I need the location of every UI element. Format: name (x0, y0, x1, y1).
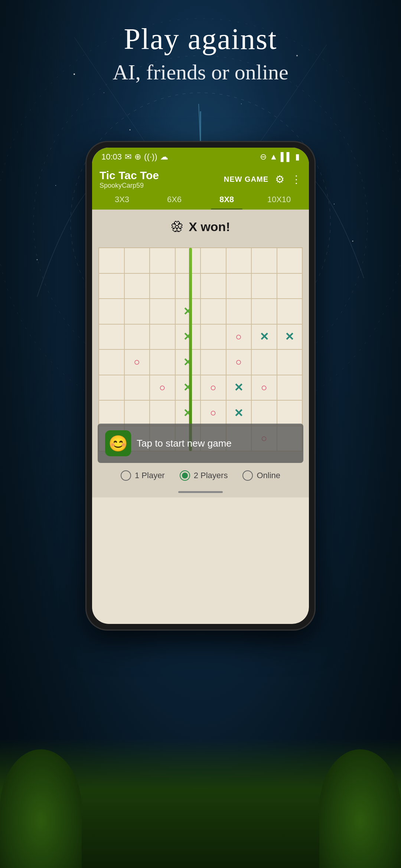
grid-cell[interactable]: ○ (150, 375, 175, 401)
cloud-icon: ☁ (160, 152, 168, 162)
grid-cell[interactable]: ✕ (175, 324, 201, 350)
home-bar (178, 491, 223, 493)
grid-cell[interactable]: ✕ (277, 324, 303, 350)
grid-cell[interactable]: ✕ (175, 375, 201, 401)
subheadline: AI, friends or online (0, 60, 401, 85)
svg-point-7 (130, 129, 131, 131)
tap-bar[interactable]: 😊 Tap to start new game (98, 424, 303, 463)
grid-cell[interactable]: ○ (251, 375, 277, 401)
status-bar: 10:03 ✉ ⊕ ((·)) ☁ ⊖ ▲ ▌▌ ▮ (92, 148, 309, 166)
grid-cell[interactable] (277, 349, 303, 375)
winner-banner: 🏵 X won! (92, 210, 309, 244)
grid-cell[interactable] (251, 273, 277, 299)
grid-cell[interactable] (251, 349, 277, 375)
tap-overlay: 😊 Tap to start new game (98, 424, 303, 463)
grid-cell[interactable]: ✕ (175, 349, 201, 375)
grid-cell[interactable] (150, 248, 175, 273)
grid-cell[interactable] (124, 400, 150, 426)
nav-online[interactable]: Online (242, 470, 280, 481)
wifi-icon: ▲ (270, 152, 278, 162)
grid-cell[interactable]: ✕ (175, 400, 201, 426)
grid-cell[interactable] (226, 248, 252, 273)
grid-cell[interactable] (277, 375, 303, 401)
grid-cell[interactable] (251, 248, 277, 273)
grid-cell[interactable] (99, 248, 124, 273)
grid-cell[interactable] (124, 273, 150, 299)
grid-cell[interactable]: ✕ (226, 375, 252, 401)
radio-icon: ((·)) (144, 152, 157, 162)
grid-cell[interactable] (124, 299, 150, 324)
grid-cell[interactable] (150, 299, 175, 324)
app-header: Tic Tac Toe SpookyCarp59 NEW GAME ⚙ ⋮ (92, 166, 309, 190)
grid-cell[interactable]: ○ (200, 400, 226, 426)
grid-cell[interactable] (200, 299, 226, 324)
winner-text: X won! (189, 220, 230, 234)
grid-cell[interactable] (150, 324, 175, 350)
tap-text[interactable]: Tap to start new game (137, 438, 232, 449)
grid-cell[interactable] (99, 273, 124, 299)
game-grid[interactable]: ✕✕○✕✕○✕○○✕○✕○✕○✕○ (98, 247, 303, 451)
tab-8x8[interactable]: 8X8 (200, 190, 253, 210)
tree-right (319, 749, 401, 868)
grid-cell[interactable] (200, 273, 226, 299)
grid-cell[interactable] (175, 273, 201, 299)
mail-icon: ✉ (125, 152, 131, 162)
grid-cell[interactable] (226, 299, 252, 324)
tab-6x6[interactable]: 6X6 (148, 190, 200, 210)
new-game-button[interactable]: NEW GAME (224, 175, 268, 184)
radio-2players[interactable] (180, 470, 190, 481)
grid-cell[interactable] (99, 349, 124, 375)
radio-online[interactable] (242, 470, 253, 481)
grid-cell[interactable] (124, 248, 150, 273)
marketing-text: Play against AI, friends or online (0, 22, 401, 85)
grid-cell[interactable] (150, 400, 175, 426)
nav-2players[interactable]: 2 Players (180, 470, 228, 481)
grid-cell[interactable] (124, 324, 150, 350)
tab-3x3[interactable]: 3X3 (96, 190, 148, 210)
grid-cell[interactable]: ✕ (226, 400, 252, 426)
svg-point-12 (352, 241, 353, 242)
app-subtitle: SpookyCarp59 (100, 182, 224, 190)
settings-icon[interactable]: ⚙ (275, 173, 284, 185)
home-indicator (92, 486, 309, 497)
grid-cell[interactable]: ○ (226, 324, 252, 350)
tabs: 3X3 6X6 8X8 10X10 (92, 190, 309, 210)
radio-1player[interactable] (121, 470, 131, 481)
grid-cell[interactable] (175, 248, 201, 273)
grid-cell[interactable] (277, 299, 303, 324)
minus-circle-icon: ⊖ (260, 152, 267, 162)
grid-cell[interactable]: ○ (124, 349, 150, 375)
grid-cell[interactable] (99, 299, 124, 324)
grid-cell[interactable]: ○ (200, 375, 226, 401)
grid-cell[interactable] (200, 324, 226, 350)
nav-1player[interactable]: 1 Player (121, 470, 165, 481)
grid-cell[interactable] (150, 349, 175, 375)
tree-left (0, 749, 82, 868)
app-title-section: Tic Tac Toe SpookyCarp59 (100, 169, 224, 190)
grid-cell[interactable] (251, 400, 277, 426)
trophy-icon: 🏵 (171, 219, 184, 234)
grid-cell[interactable] (99, 375, 124, 401)
grid-cell[interactable] (277, 400, 303, 426)
grid-cell[interactable]: ✕ (175, 299, 201, 324)
grid-cell[interactable] (150, 273, 175, 299)
grid-cell[interactable] (99, 400, 124, 426)
grid-cell[interactable] (251, 299, 277, 324)
svg-point-14 (241, 103, 242, 104)
grid-cell[interactable]: ○ (226, 349, 252, 375)
bottom-nav: 1 Player 2 Players Online (92, 463, 309, 486)
phone-frame: 10:03 ✉ ⊕ ((·)) ☁ ⊖ ▲ ▌▌ ▮ Tic Tac Toe S… (85, 141, 316, 631)
grid-cell[interactable] (200, 349, 226, 375)
grid-cell[interactable] (226, 273, 252, 299)
tab-10x10[interactable]: 10X10 (253, 190, 305, 210)
more-options-icon[interactable]: ⋮ (291, 173, 301, 185)
grid-cell[interactable] (124, 375, 150, 401)
grid-cell[interactable]: ✕ (251, 324, 277, 350)
grid-cell[interactable] (99, 324, 124, 350)
grid-cell[interactable] (277, 248, 303, 273)
grid-cell[interactable] (277, 273, 303, 299)
svg-point-11 (37, 259, 38, 260)
grid-cell[interactable] (200, 248, 226, 273)
status-right: ⊖ ▲ ▌▌ ▮ (260, 152, 300, 162)
trees-background (0, 738, 401, 868)
